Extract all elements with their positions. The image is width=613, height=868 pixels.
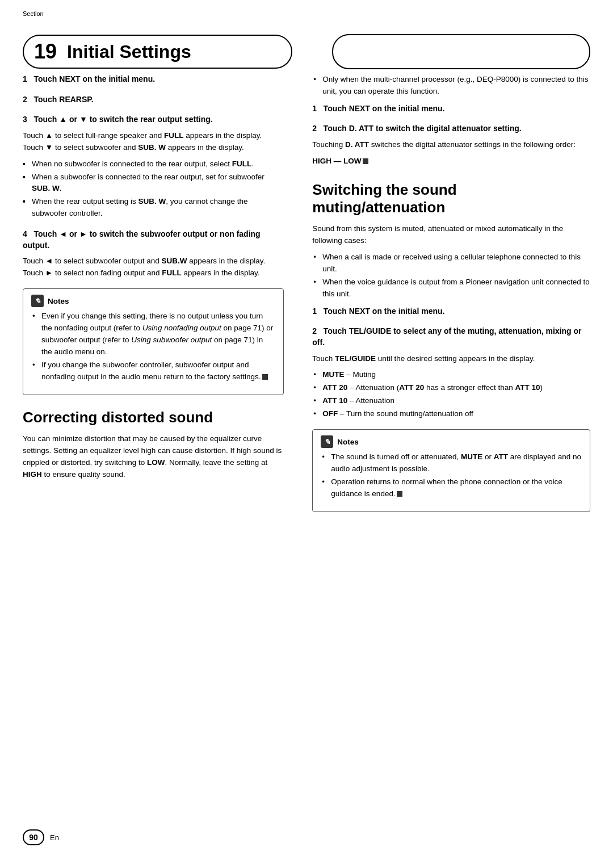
- switching-section: Switching the sound muting/attenuation S…: [312, 181, 590, 300]
- end-mark: [363, 158, 368, 164]
- step-1: 1 Touch NEXT on the initial menu.: [23, 74, 284, 85]
- end-mark: [262, 374, 268, 380]
- step4-heading: 4 Touch ◄ or ► to switch the subwoofer o…: [23, 229, 284, 251]
- list-item: When the rear output setting is SUB. W, …: [23, 196, 284, 220]
- header-right-box: [332, 34, 590, 69]
- high-low-display: HIGH — LOW: [312, 156, 590, 167]
- list-item: When the voice guidance is output from a…: [312, 276, 590, 300]
- language-label: En: [50, 833, 59, 842]
- notes-header-2: ✎ Notes: [321, 435, 582, 448]
- switching-intro: Sound from this system is muted, attenua…: [312, 223, 590, 247]
- page-title: Initial Settings: [67, 43, 191, 61]
- step-2: 2 Touch REARSP.: [23, 94, 284, 106]
- list-item: ATT 20 – Attenuation (ATT 20 has a stron…: [312, 382, 590, 394]
- right-step-1b: 1 Touch NEXT on the initial menu.: [312, 306, 590, 317]
- list-item: OFF – Turn the sound muting/attenuation …: [312, 408, 590, 420]
- page-number: 90: [23, 829, 44, 845]
- list-item: The sound is turned off or attenuated, M…: [321, 451, 582, 475]
- right-step-2: 2 Touch D. ATT to switch the digital att…: [312, 123, 590, 167]
- right-top-bullets: Only when the multi-channel processor (e…: [312, 74, 590, 98]
- list-item: ATT 10 – Attenuation: [312, 395, 590, 407]
- switching-bullets: When a call is made or received using a …: [312, 251, 590, 300]
- list-item: If you change the subwoofer controller, …: [31, 359, 275, 383]
- section-pill: 19 Initial Settings: [23, 35, 292, 69]
- right-step-2b: 2 Touch TEL/GUIDE to select any of the m…: [312, 326, 590, 420]
- right-step2-body: Touching D. ATT switches the digital att…: [312, 139, 590, 151]
- step2-heading: 2 Touch REARSP.: [23, 94, 284, 106]
- step3-bullets: When no subwoofer is connected to the re…: [23, 158, 284, 220]
- notes-box-2: ✎ Notes The sound is turned off or atten…: [312, 429, 590, 512]
- main-content: 1 Touch NEXT on the initial menu. 2 Touc…: [0, 57, 613, 543]
- right-step1-heading: 1 Touch NEXT on the initial menu.: [312, 103, 590, 115]
- switching-heading: Switching the sound muting/attenuation: [312, 181, 590, 216]
- correcting-section: Correcting distorted sound You can minim…: [23, 409, 284, 481]
- left-column: 1 Touch NEXT on the initial menu. 2 Touc…: [23, 74, 306, 520]
- list-item: When no subwoofer is connected to the re…: [23, 158, 284, 170]
- right-step2b-heading: 2 Touch TEL/GUIDE to select any of the m…: [312, 326, 590, 348]
- list-item: Operation returns to normal when the pho…: [321, 476, 582, 500]
- section-label: Section: [23, 10, 44, 17]
- step3-body: Touch ▲ to select full-range speaker and…: [23, 130, 284, 154]
- notes-label-1: Notes: [48, 297, 69, 305]
- notes-box-1: ✎ Notes Even if you change this setting,…: [23, 288, 284, 395]
- section-number: 19: [34, 41, 57, 62]
- right-step-1: 1 Touch NEXT on the initial menu.: [312, 103, 590, 115]
- list-item: MUTE – Muting: [312, 369, 590, 381]
- correcting-heading: Correcting distorted sound: [23, 409, 284, 426]
- page-footer: 90 En: [0, 818, 82, 857]
- step4-body: Touch ◄ to select subwoofer output and S…: [23, 255, 284, 279]
- correcting-body: You can minimize distortion that may be …: [23, 433, 284, 481]
- end-mark: [397, 491, 402, 497]
- list-item: Only when the multi-channel processor (e…: [312, 74, 590, 98]
- options-list: MUTE – Muting ATT 20 – Attenuation (ATT …: [312, 369, 590, 420]
- notes-icon-2: ✎: [321, 435, 333, 448]
- list-item: Even if you change this setting, there i…: [31, 311, 275, 358]
- step-3: 3 Touch ▲ or ▼ to switch the rear output…: [23, 114, 284, 220]
- step1-heading: 1 Touch NEXT on the initial menu.: [23, 74, 284, 85]
- right-step2-heading: 2 Touch D. ATT to switch the digital att…: [312, 123, 590, 135]
- notes-list-2: The sound is turned off or attenuated, M…: [321, 451, 582, 500]
- notes-list-1: Even if you change this setting, there i…: [31, 311, 275, 383]
- right-column: Only when the multi-channel processor (e…: [306, 74, 590, 520]
- right-step1b-heading: 1 Touch NEXT on the initial menu.: [312, 306, 590, 317]
- notes-icon-1: ✎: [31, 295, 44, 307]
- right-step2b-body: Touch TEL/GUIDE until the desired settin…: [312, 353, 590, 365]
- list-item: When a subwoofer is connected to the rea…: [23, 171, 284, 195]
- notes-header-1: ✎ Notes: [31, 295, 275, 307]
- step3-heading: 3 Touch ▲ or ▼ to switch the rear output…: [23, 114, 284, 125]
- step-4: 4 Touch ◄ or ► to switch the subwoofer o…: [23, 229, 284, 279]
- page: Section 19 Initial Settings 1 Touch NEXT…: [0, 0, 613, 868]
- notes-label-2: Notes: [337, 438, 359, 446]
- list-item: When a call is made or received using a …: [312, 251, 590, 275]
